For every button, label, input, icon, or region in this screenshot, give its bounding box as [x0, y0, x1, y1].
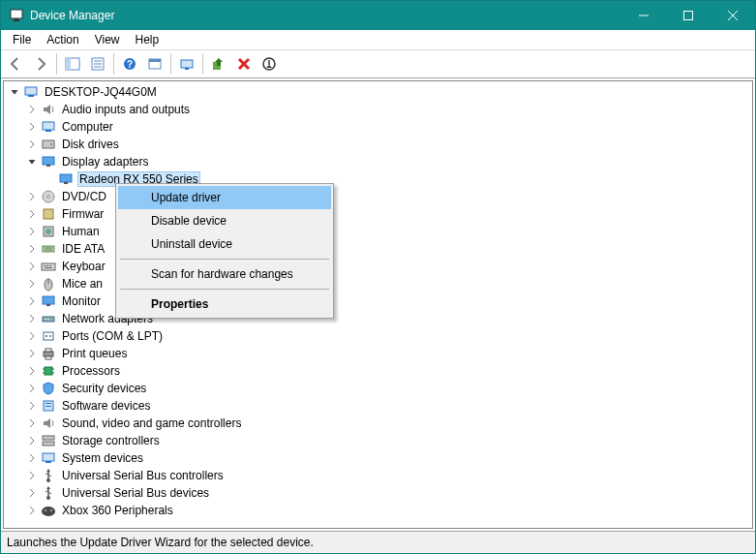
- tree-category-node[interactable]: Storage controllers: [4, 432, 752, 449]
- tree-category-node[interactable]: Software devices: [4, 397, 752, 415]
- context-disable-device[interactable]: Disable device: [118, 209, 331, 232]
- uninstall-device-button[interactable]: [232, 52, 256, 76]
- chevron-right-icon[interactable]: [25, 207, 39, 221]
- maximize-button[interactable]: [666, 1, 711, 30]
- chevron-right-icon[interactable]: [25, 225, 39, 238]
- chevron-right-icon[interactable]: [25, 434, 39, 447]
- scan-hardware-button[interactable]: [175, 52, 198, 76]
- help-button[interactable]: ?: [118, 52, 141, 76]
- tree-category-node[interactable]: Print queues: [4, 345, 752, 362]
- tree-category-node[interactable]: Ports (COM & LPT): [4, 327, 752, 345]
- chevron-right-icon[interactable]: [25, 382, 39, 395]
- tree-category-node[interactable]: Disk drives: [4, 136, 752, 153]
- chevron-right-icon[interactable]: [25, 329, 39, 343]
- status-bar: Launches the Update Driver Wizard for th…: [1, 531, 755, 553]
- tree-node-label: Security devices: [60, 382, 148, 395]
- context-properties[interactable]: Properties: [118, 292, 331, 316]
- tree-category-node[interactable]: Sound, video and game controllers: [4, 415, 752, 432]
- tree-category-node[interactable]: Audio inputs and outputs: [4, 101, 752, 118]
- toolbar-separator: [202, 53, 203, 75]
- chevron-right-icon[interactable]: [25, 260, 39, 273]
- properties-button[interactable]: [86, 52, 109, 76]
- chevron-right-icon[interactable]: [25, 120, 39, 134]
- toolbar-separator: [56, 53, 57, 75]
- show-hide-tree-button[interactable]: [61, 52, 84, 76]
- context-menu: Update driver Disable device Uninstall d…: [115, 183, 334, 319]
- chevron-right-icon[interactable]: [25, 416, 39, 430]
- category-icon: [41, 311, 56, 326]
- svg-rect-59: [45, 356, 51, 359]
- tree-category-node[interactable]: Security devices: [4, 380, 752, 397]
- chevron-right-icon[interactable]: [25, 399, 39, 413]
- forward-button[interactable]: [29, 52, 52, 76]
- disable-device-button[interactable]: [257, 52, 281, 76]
- chevron-right-icon[interactable]: [25, 486, 39, 500]
- context-scan-hardware[interactable]: Scan for hardware changes: [118, 262, 331, 286]
- svg-marker-23: [266, 65, 272, 68]
- category-icon: [41, 450, 56, 466]
- chevron-right-icon[interactable]: [25, 504, 39, 517]
- menu-action[interactable]: Action: [39, 32, 86, 47]
- chevron-right-icon[interactable]: [25, 347, 39, 360]
- tree-node-label: Human: [60, 225, 102, 238]
- update-driver-button[interactable]: [207, 52, 230, 76]
- chevron-right-icon[interactable]: [25, 364, 39, 378]
- chevron-down-icon[interactable]: [8, 85, 21, 99]
- chevron-right-icon[interactable]: [25, 242, 39, 256]
- svg-rect-0: [11, 10, 22, 18]
- svg-rect-1: [15, 18, 18, 20]
- chevron-right-icon[interactable]: [25, 451, 39, 465]
- toolbar-separator: [170, 53, 171, 75]
- category-icon: [41, 102, 56, 117]
- svg-rect-2: [13, 20, 20, 21]
- category-icon: [41, 328, 56, 344]
- context-update-driver[interactable]: Update driver: [118, 186, 331, 209]
- tree-category-node[interactable]: Universal Serial Bus devices: [4, 484, 752, 502]
- svg-rect-52: [45, 319, 46, 320]
- chevron-right-icon[interactable]: [25, 294, 39, 308]
- tree-category-node[interactable]: Computer: [4, 118, 752, 136]
- menu-help[interactable]: Help: [128, 32, 167, 47]
- menu-view[interactable]: View: [87, 32, 128, 47]
- tree-node-label: Storage controllers: [60, 434, 162, 447]
- svg-rect-49: [43, 296, 54, 304]
- chevron-right-icon[interactable]: [25, 312, 39, 325]
- expand-placeholder: [43, 172, 56, 186]
- tree-node-label: Software devices: [60, 399, 152, 413]
- context-uninstall-device[interactable]: Uninstall device: [118, 232, 331, 256]
- tree-category-node[interactable]: Display adapters: [4, 153, 752, 170]
- svg-point-76: [42, 507, 55, 516]
- chevron-right-icon[interactable]: [25, 469, 39, 482]
- tree-category-node[interactable]: Universal Serial Bus controllers: [4, 467, 752, 484]
- svg-rect-26: [43, 122, 54, 130]
- back-button[interactable]: [4, 52, 27, 76]
- close-button[interactable]: [711, 1, 755, 30]
- svg-rect-50: [46, 304, 50, 306]
- category-icon: [41, 503, 56, 518]
- minimize-button[interactable]: [621, 1, 666, 30]
- chevron-right-icon[interactable]: [25, 190, 39, 203]
- svg-rect-24: [25, 87, 37, 95]
- tree-category-node[interactable]: Processors: [4, 362, 752, 380]
- tree-root-node[interactable]: DESKTOP-JQ44G0M: [4, 83, 752, 101]
- chevron-down-icon[interactable]: [25, 155, 39, 169]
- tree-node-label: Keyboar: [60, 260, 107, 273]
- category-icon: [41, 398, 56, 414]
- svg-rect-17: [181, 60, 193, 68]
- svg-point-74: [46, 496, 50, 500]
- tree-node-label: Firmwar: [60, 207, 106, 221]
- svg-rect-30: [43, 157, 54, 165]
- tree-category-node[interactable]: System devices: [4, 449, 752, 467]
- svg-rect-46: [45, 267, 52, 268]
- context-separator: [120, 259, 329, 260]
- chevron-right-icon[interactable]: [25, 103, 39, 116]
- action-button[interactable]: [143, 52, 166, 76]
- tree-node-label: Monitor: [60, 294, 103, 308]
- svg-point-56: [49, 335, 51, 337]
- menu-file[interactable]: File: [5, 32, 39, 47]
- chevron-right-icon[interactable]: [25, 138, 39, 151]
- tree-category-node[interactable]: Xbox 360 Peripherals: [4, 502, 752, 519]
- chevron-right-icon[interactable]: [25, 277, 39, 291]
- svg-rect-25: [28, 95, 34, 97]
- svg-rect-67: [45, 406, 51, 407]
